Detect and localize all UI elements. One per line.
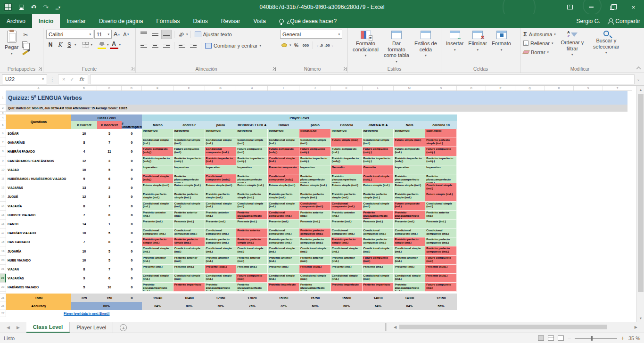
incorrect-count-cell[interactable]: 3 [97,156,122,165]
close-button[interactable]: × [623,0,644,14]
answer-cell[interactable]: Futuro compuesto (ind.) [236,147,268,156]
sheet-tab-class-level[interactable]: Class Level [26,322,70,333]
correct-count-cell[interactable]: 14 [71,220,97,229]
answer-cell[interactable]: Pretérito perfecto simple (ind.) [394,192,425,201]
answer-cell[interactable]: Pretérito anterior [236,229,268,237]
answer-cell[interactable]: INFINITIVO [173,129,205,138]
answer-cell[interactable]: Condicional compuesto (subj.) [205,174,237,183]
answer-cell[interactable]: Presente (ind.) [394,220,425,229]
player-level-link[interactable]: Player level data in next Sheet!! [64,312,110,315]
correct-count-cell[interactable]: 8 [71,202,97,211]
answer-cell[interactable]: Presente (ind.) [236,220,268,229]
question-cell[interactable]: CANTO [6,220,71,229]
answer-cell[interactable]: Imperativo [205,165,237,174]
incorrect-header[interactable]: # Incorrect [97,121,122,129]
answer-cell[interactable]: Pretérito anterior (ind.) [142,256,173,265]
underline-button[interactable]: S [65,41,74,49]
answer-cell[interactable]: Presente (ind.) [394,265,425,274]
answer-cell[interactable]: Gerundio [331,165,363,174]
ribbon-tab-f-rmulas[interactable]: Fórmulas [149,14,186,28]
font-size-select[interactable]: 11▾ [94,30,112,39]
column-header-Q[interactable]: Q [515,86,545,90]
class-accuracy-cell[interactable]: 60% [71,302,142,310]
player-name-header[interactable]: paula [205,121,237,129]
insert-cells-button[interactable]: ← Insertar▾ [444,30,465,53]
answer-cell[interactable]: Pretérito perfecto simple (ind.) [299,192,331,201]
answer-cell[interactable]: Pretérito perfecto simple (ind.) [142,192,173,201]
incorrect-count-cell[interactable]: 7 [97,265,122,274]
row-header-4[interactable]: 4 [0,114,6,121]
column-header-H[interactable]: H [236,86,268,90]
player-accuracy-cell[interactable]: 68% [331,302,363,310]
correct-count-cell[interactable]: 7 [71,237,97,246]
row-header-14[interactable]: 14 [0,202,6,211]
accounting-dropdown[interactable]: ▾ [289,43,291,47]
answer-cell[interactable]: Presente (subj.) [425,265,457,274]
answer-cell[interactable]: Futuro compuesto (subj.) [299,147,331,156]
question-cell[interactable]: JUGUÉ [6,192,71,201]
answer-cell[interactable]: Pretérito imperfecto (subj.) [394,156,425,165]
new-sheet-button[interactable]: + [120,324,127,331]
italic-button[interactable]: K [56,41,64,49]
column-header-F[interactable]: F [173,86,205,90]
player-name-header[interactable]: andres r [173,121,205,129]
answer-cell[interactable]: Futuro compuesto (ind.) [363,256,394,265]
column-header-K[interactable]: K [331,86,363,90]
next-sheet-arrow[interactable]: ▶ [17,325,20,330]
column-header-B[interactable]: B [71,86,97,90]
correct-count-cell[interactable]: 10 [71,246,97,255]
question-cell[interactable]: SOÑAR [6,129,71,138]
answer-cell[interactable]: Futuro simple (ind.) [331,183,363,192]
player-name-header[interactable]: ismael [268,121,299,129]
answer-cell[interactable]: Presente (ind.) [205,220,237,229]
answer-cell[interactable]: Condicional compuesto (ind.) [205,229,237,237]
answer-cell[interactable]: Presente (subj.) [299,265,331,274]
answer-cell[interactable]: Pretérito pluscuamperfecto (ind.) [363,211,394,220]
incorrect-count-cell[interactable]: 5 [97,165,122,174]
row-header-2[interactable]: 2 [0,105,6,112]
answer-cell[interactable]: Pretérito pluscuamperfecto (subj.) [425,174,457,183]
column-header-S[interactable]: S [574,86,603,90]
answer-cell[interactable]: Futuro simple (ind.) [394,183,425,192]
horizontal-scrollbar[interactable]: ◀ ▶ [392,323,639,331]
answer-cell[interactable]: Condicional simple (ind.) [205,274,237,283]
ribbon-tab-inicio[interactable]: Inicio [32,14,60,28]
answer-cell[interactable]: Condicional simple (ind.) [299,274,331,283]
player-total-cell[interactable]: 14300 [394,294,425,302]
page-layout-view-button[interactable] [548,335,554,341]
answer-cell[interactable]: Condicional simple (ind.) [363,138,394,147]
answer-cell[interactable]: INFINITIVO [331,129,363,138]
borders-dropdown[interactable]: ▾ [91,43,93,47]
font-color-button[interactable]: A [110,41,118,49]
column-header-J[interactable]: J [299,86,331,90]
class-level-header[interactable]: Class Level [71,114,142,121]
answer-cell[interactable]: Condicional simple (ind.) [268,246,299,255]
answer-cell[interactable]: Condicional simple (ind.) [331,274,363,283]
decrease-decimal-button[interactable]: .00→ [325,41,334,49]
answer-cell[interactable]: Pretérito perfecto compuesto (ind.) [299,229,331,237]
answer-cell[interactable]: Pretérito perfecto compuesto (ind.) [205,237,237,246]
incorrect-count-cell[interactable]: 8 [97,237,122,246]
answer-cell[interactable]: Pretérito anterior (ind.) [173,211,205,220]
insert-function-button[interactable]: fx [79,76,84,82]
column-header-N[interactable]: N [425,86,457,90]
correct-count-cell[interactable]: 8 [71,265,97,274]
answer-cell[interactable]: Pretérito pluscuamperfecto (ind.) [394,283,425,292]
row-header-19[interactable]: 19 [0,246,6,255]
clear-button[interactable]: Borrar▾ [523,48,556,57]
answer-cell[interactable]: Condicional compuesto (ind.) [142,229,173,237]
zoom-out-button[interactable]: − [568,335,571,342]
row-header-10[interactable]: 10 [0,165,6,174]
fill-color-dropdown[interactable]: ▾ [107,43,109,47]
answer-cell[interactable]: Condicional compuesto (ind.) [394,229,425,237]
answer-cell[interactable]: Pretérito perfecto compuesto (ind.) [425,237,457,246]
total-correct-cell[interactable]: 225 [71,294,97,302]
orientation-button[interactable]: ab [175,28,187,40]
vertical-scrollbar[interactable]: ▲ ▼ [636,86,644,322]
find-select-button[interactable]: Buscar y seleccionar▾ [589,30,624,56]
answer-cell[interactable]: Pretérito imperfecto (ind.) [205,156,237,165]
answer-cell[interactable]: Pretérito imperfecto (subj.) [142,156,173,165]
answer-cell[interactable]: Condicional simple (ind.) [268,138,299,147]
player-accuracy-cell[interactable]: 64% [363,302,394,310]
row-header-7[interactable]: 7 [0,138,6,147]
